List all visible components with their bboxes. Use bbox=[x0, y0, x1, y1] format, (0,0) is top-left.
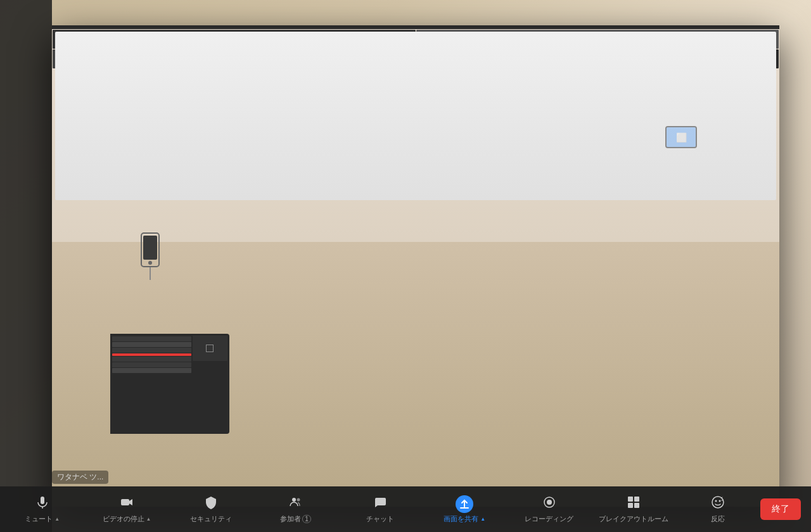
thumbnail-desktop1 bbox=[71, 68, 229, 168]
svg-rect-7 bbox=[628, 497, 633, 502]
taskbar-mute[interactable]: ミュート ▲ bbox=[0, 491, 84, 528]
video-label: ビデオの停止 bbox=[103, 514, 144, 524]
taskbar-chat[interactable]: チャット bbox=[338, 491, 422, 528]
reactions-icon bbox=[711, 495, 725, 513]
svg-point-3 bbox=[292, 498, 296, 502]
recording-icon bbox=[542, 495, 556, 513]
left-panel bbox=[0, 0, 52, 532]
taskbar-recording[interactable]: レコーディング bbox=[507, 491, 591, 528]
reactions-label: 反応 bbox=[711, 514, 725, 524]
end-button[interactable]: 終了 bbox=[760, 498, 801, 520]
mute-icon bbox=[35, 495, 49, 513]
taskbar-reactions[interactable]: 反応 bbox=[676, 491, 760, 528]
svg-rect-2 bbox=[121, 499, 129, 505]
chat-label: チャット bbox=[366, 514, 394, 524]
screen-share-icon bbox=[456, 495, 473, 513]
taskbar-participants[interactable]: 参加者 1 bbox=[253, 491, 338, 528]
svg-point-4 bbox=[297, 498, 300, 501]
svg-rect-9 bbox=[628, 503, 633, 508]
svg-rect-0 bbox=[41, 497, 44, 504]
taskbar: ミュート ▲ ビデオの停止 ▲ セキュリティ bbox=[0, 486, 811, 532]
taskbar-security[interactable]: セキュリティ bbox=[169, 491, 253, 528]
svg-point-12 bbox=[715, 500, 717, 502]
grid-item-desktop1[interactable]: Desktop 1 bbox=[65, 62, 236, 189]
mute-caret: ▲ bbox=[54, 516, 60, 522]
security-label: セキュリティ bbox=[190, 514, 232, 524]
mute-label: ミュート bbox=[25, 514, 53, 524]
taskbar-screen-share[interactable]: 画面を共有 ▲ bbox=[423, 491, 507, 528]
svg-point-11 bbox=[712, 497, 724, 508]
share-screen-dialog: ベーシック 詳細 ファイル ⤢ bbox=[52, 25, 779, 507]
screen-share-grid: Desktop 1 bbox=[52, 56, 779, 467]
breakout-icon bbox=[627, 495, 641, 513]
participants-icon bbox=[289, 495, 303, 513]
svg-point-6 bbox=[547, 500, 552, 505]
participants-badge: 1 bbox=[302, 515, 311, 523]
svg-point-13 bbox=[719, 500, 721, 502]
recording-label: レコーディング bbox=[525, 514, 573, 524]
taskbar-video[interactable]: ビデオの停止 ▲ bbox=[84, 491, 169, 528]
participants-label: 参加者 bbox=[280, 514, 301, 524]
user-name-label: ワタナベ ツ... bbox=[52, 471, 108, 484]
svg-rect-8 bbox=[634, 497, 639, 502]
video-icon bbox=[120, 495, 134, 513]
screen-share-caret: ▲ bbox=[480, 516, 485, 522]
video-caret: ▲ bbox=[146, 516, 151, 522]
security-icon bbox=[204, 495, 218, 513]
monitor-icon: ⬜ bbox=[665, 126, 697, 148]
chat-icon bbox=[373, 495, 387, 513]
svg-rect-10 bbox=[634, 503, 639, 508]
cable-phone-icon bbox=[141, 232, 160, 267]
taskbar-breakout[interactable]: ブレイクアウトルーム bbox=[591, 491, 675, 528]
screen-share-label: 画面を共有 bbox=[444, 514, 478, 524]
breakout-label: ブレイクアウトルーム bbox=[599, 514, 668, 524]
